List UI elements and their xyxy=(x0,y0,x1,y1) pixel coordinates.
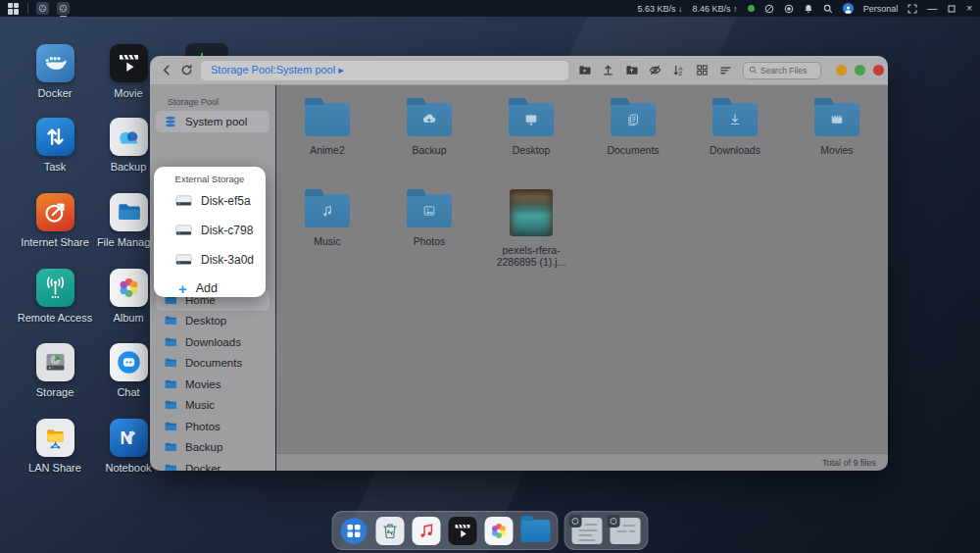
storage-pool-icon xyxy=(164,115,177,128)
hidden-files-eye-icon[interactable] xyxy=(649,64,662,76)
hard-disk-icon xyxy=(36,343,74,381)
folder-icon xyxy=(305,103,350,136)
desktop-icon-lan-share[interactable]: LAN Share xyxy=(18,419,92,474)
search-icon[interactable] xyxy=(823,4,833,14)
sidebar-item-photos[interactable]: Photos xyxy=(156,416,270,437)
folder-monitor-icon xyxy=(509,103,554,136)
add-disk-button[interactable]: + Add xyxy=(154,275,266,302)
screen-record-icon[interactable] xyxy=(784,4,794,14)
file-manager-toolbar: Storage Pool:System pool ▸ AZ xyxy=(150,56,888,85)
shared-folder-icon xyxy=(36,419,74,457)
file-item-downloads[interactable]: Downloads xyxy=(688,98,782,189)
minimized-window-2[interactable] xyxy=(611,518,641,544)
new-folder-icon[interactable] xyxy=(578,64,591,76)
dock-photos-icon[interactable] xyxy=(485,517,514,545)
sidebar-item-documents[interactable]: Documents xyxy=(156,353,270,375)
window-maximize-dot[interactable] xyxy=(855,65,865,75)
window-close-dot[interactable] xyxy=(873,65,884,75)
antenna-icon xyxy=(36,269,74,307)
svg-text:Z: Z xyxy=(679,71,683,76)
folder-cloud-upload-icon xyxy=(407,103,452,136)
sidebar-item-downloads[interactable]: Downloads xyxy=(156,331,270,353)
dock-music-icon[interactable] xyxy=(413,517,441,545)
folder-film-icon xyxy=(814,103,859,136)
network-download-speed: 5.63 KB/s ↓ xyxy=(638,4,683,14)
file-item-pexels-image[interactable]: pexels-rfera-2286895 (1).j... xyxy=(484,189,578,280)
sort-lines-icon[interactable] xyxy=(719,64,732,76)
desktop-icon-remote-access[interactable]: Remote Access xyxy=(18,269,92,324)
storage-pool-section-label: Storage Pool xyxy=(150,97,275,111)
breadcrumb[interactable]: Storage Pool:System pool ▸ xyxy=(201,61,568,80)
back-icon[interactable] xyxy=(160,64,172,76)
sidebar-item-docker[interactable]: Docker xyxy=(156,458,270,471)
file-item-documents[interactable]: Documents xyxy=(586,98,680,189)
folder-download-icon xyxy=(712,103,758,136)
file-item-music[interactable]: Music xyxy=(280,189,374,280)
minimized-window-1[interactable] xyxy=(572,518,603,544)
file-item-desktop[interactable]: Desktop xyxy=(484,98,578,189)
sidebar-item-music[interactable]: Music xyxy=(156,395,270,417)
dock-recycle-bin-icon[interactable] xyxy=(376,517,405,545)
sidebar-item-backup[interactable]: Backup xyxy=(156,437,270,459)
chat-bubble-icon xyxy=(110,343,148,381)
external-storage-popup: External Storage Disk-ef5a Disk-c798 Dis… xyxy=(154,167,266,297)
desktop-icon-label: LAN Share xyxy=(28,462,81,474)
vpn-status-icon[interactable] xyxy=(764,4,774,14)
file-count: Total of 9 files xyxy=(822,458,876,468)
status-bar: Total of 9 files xyxy=(276,453,888,471)
search-files-box[interactable] xyxy=(743,62,821,79)
popup-item-disk-ef5a[interactable]: Disk-ef5a xyxy=(154,186,266,216)
sidebar-item-movies[interactable]: Movies xyxy=(156,374,270,395)
folder-picture-icon xyxy=(407,194,452,227)
desktop-icon-task[interactable]: Task xyxy=(18,118,92,173)
running-app-1-icon[interactable] xyxy=(36,2,49,15)
disk-drive-icon xyxy=(173,252,194,268)
desktop-icon-label: Docker xyxy=(38,87,73,99)
desktop-icon-label: Task xyxy=(44,161,67,173)
file-item-anime2[interactable]: Anime2 xyxy=(280,98,374,189)
disk-drive-icon xyxy=(173,223,194,238)
user-avatar[interactable] xyxy=(843,3,854,14)
minimize-button[interactable]: — xyxy=(927,4,937,14)
sidebar-item-system-pool[interactable]: System pool xyxy=(156,111,270,132)
window-minimize-dot[interactable] xyxy=(836,65,847,75)
refresh-icon[interactable] xyxy=(180,64,193,76)
desktop-icon-label: Remote Access xyxy=(18,312,92,324)
pinwheel-icon xyxy=(110,269,148,307)
notebook-icon: N xyxy=(110,419,148,457)
sort-az-icon[interactable]: AZ xyxy=(672,64,685,76)
fullscreen-icon[interactable] xyxy=(907,4,917,14)
running-app-2-icon[interactable] xyxy=(57,2,70,15)
desktop-icon-label: Album xyxy=(113,312,143,324)
disk-drive-icon xyxy=(173,193,194,209)
file-item-photos[interactable]: Photos xyxy=(382,189,476,280)
file-item-movies[interactable]: Movies xyxy=(790,98,884,189)
network-upload-speed: 8.46 KB/s ↑ xyxy=(693,4,738,14)
desktop-icon-label: Chat xyxy=(117,386,139,398)
desktop-icon-storage[interactable]: Storage xyxy=(18,343,92,398)
app-launcher-icon[interactable] xyxy=(8,3,20,15)
upload-icon[interactable] xyxy=(602,64,614,76)
folder-upload-icon[interactable] xyxy=(625,64,638,76)
dock-app-launcher-icon[interactable] xyxy=(340,517,368,545)
sidebar-item-desktop[interactable]: Desktop xyxy=(156,311,270,332)
file-grid: Anime2 Backup Desktop Documents Download… xyxy=(276,85,888,453)
docker-whale-icon xyxy=(36,44,74,82)
close-button[interactable]: × xyxy=(966,4,972,14)
popup-item-disk-3a0d[interactable]: Disk-3a0d xyxy=(154,245,266,275)
task-arrows-icon xyxy=(36,118,74,156)
desktop-icon-internet-share[interactable]: Internet Share xyxy=(18,193,92,248)
file-item-backup[interactable]: Backup xyxy=(382,98,476,189)
dock-files-icon[interactable] xyxy=(521,520,551,542)
user-name[interactable]: Personal xyxy=(863,4,899,14)
desktop-icon-label: Internet Share xyxy=(21,236,89,248)
share-arrow-icon xyxy=(36,193,74,231)
maximize-button[interactable] xyxy=(947,4,956,14)
grid-view-icon[interactable] xyxy=(696,64,709,76)
desktop-icon-docker[interactable]: Docker xyxy=(18,44,92,99)
plus-icon: + xyxy=(178,281,187,296)
popup-item-disk-c798[interactable]: Disk-c798 xyxy=(154,216,266,245)
notifications-bell-icon[interactable] xyxy=(804,4,813,14)
dock-movies-icon[interactable] xyxy=(449,517,477,545)
search-input[interactable] xyxy=(760,66,815,75)
